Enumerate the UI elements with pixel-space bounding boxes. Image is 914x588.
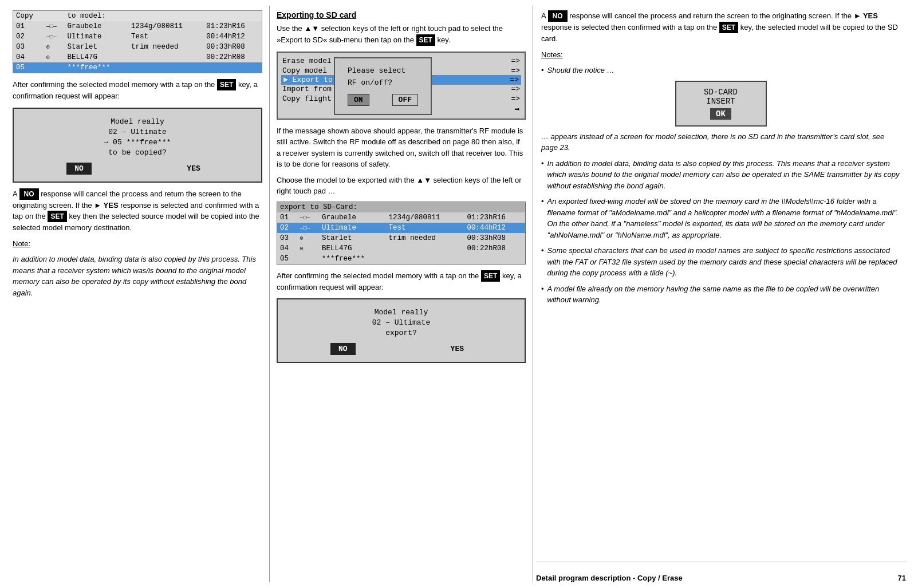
confirm-box-2: Model really 02 – Ultimate export? NO YE… <box>277 298 526 363</box>
col-info <box>128 11 203 22</box>
export-model-table: export to SD-Card: 01 ‒□‒ Graubele 1234g… <box>277 202 526 265</box>
menu-container: Erase model => Copy model => ► Export to… <box>277 52 526 120</box>
sdcard-line2: INSERT <box>686 97 757 106</box>
table-row: 04 ⊙ BELL47G 00:22hR08 <box>277 243 526 254</box>
left-note-heading: Note: <box>13 238 262 250</box>
no-key-inline-1: NO <box>19 188 39 200</box>
dialog-buttons: ON OFF <box>348 94 418 106</box>
no-button-1[interactable]: NO <box>66 163 92 175</box>
table-row: 03 ⊙ Starlet trim needed 00:33hR08 <box>13 42 262 52</box>
confirm-box-1: Model really 02 – Ultimate → 05 ***free*… <box>13 108 262 183</box>
set-key-right-1: SET <box>719 22 738 33</box>
set-key-mid-2: SET <box>481 270 500 282</box>
left-column: Copy to model: 01 ‒□‒ Graubele 1234g/080… <box>6 6 269 582</box>
notes-heading: Notes: <box>541 49 900 61</box>
on-button[interactable]: ON <box>348 94 369 106</box>
set-key-2: SET <box>48 211 66 222</box>
confirm-buttons-1: NO YES <box>23 163 252 175</box>
col-tomodel: to model: <box>64 11 128 22</box>
no-button-2[interactable]: NO <box>330 343 356 355</box>
note-item-4: Some special characters that can be used… <box>541 245 900 279</box>
col-copy: Copy <box>13 11 44 22</box>
confirm-line4: to be copied? <box>23 148 252 157</box>
sdcard-notice-box: SD-CARD INSERT OK <box>675 81 767 127</box>
left-para2: A NO response will cancel the process an… <box>13 188 262 234</box>
col-time <box>203 11 262 22</box>
right-note1-after: … appears instead of a screen for model … <box>541 131 900 153</box>
dialog-line1: Please select <box>348 66 418 75</box>
left-note-text: In addition to model data, binding data … <box>13 254 262 298</box>
yes-button-1[interactable]: YES <box>179 163 208 175</box>
note-item-3: An exported fixed-wing model will be sto… <box>541 196 900 240</box>
right-para1: A NO response will cancel the process an… <box>541 10 900 45</box>
sdcard-line1: SD-CARD <box>686 88 757 97</box>
rf-dialog: Please select RF on/off? ON OFF <box>334 57 432 115</box>
footer-left: Detail program description - Copy / Eras… <box>536 574 683 582</box>
page-container: Copy to model: 01 ‒□‒ Graubele 1234g/080… <box>0 0 914 588</box>
footer: Detail program description - Copy / Eras… <box>536 562 906 582</box>
col-spacer1 <box>44 11 65 22</box>
no-key-inline-2: NO <box>548 10 568 22</box>
table-row: 02 ‒□‒ Ultimate Test 00:44hR12 <box>13 31 262 42</box>
notes-list-continued: In addition to model data, binding data … <box>541 158 900 306</box>
export-table-header: export to SD-Card: <box>277 202 526 212</box>
note-item-5: A model file already on the memory havin… <box>541 283 900 306</box>
sdcard-ok: OK <box>710 108 731 120</box>
confirm-buttons-2: NO YES <box>287 343 515 355</box>
left-para1: After confirming the selected model memo… <box>13 79 262 102</box>
table-row-selected: 05 ***free*** <box>13 62 262 73</box>
mid-para4: After confirming the selected model memo… <box>277 270 526 293</box>
export-row-selected: 02 ‒□‒ Ultimate Test 00:44hR12 <box>277 223 526 233</box>
table-row: 04 ⊙ BELL47G 00:22hR08 <box>13 52 262 62</box>
notes-list: Should the notice … <box>541 65 900 76</box>
mid-heading: Exporting to SD card <box>277 10 526 19</box>
footer-right: 71 <box>898 574 906 582</box>
table-row: 05 ***free*** <box>277 254 526 265</box>
table-row: 01 ‒□‒ Graubele 1234g/080811 01:23hR16 <box>277 212 526 223</box>
set-key-mid-1: SET <box>416 34 435 46</box>
right-column: A NO response will cancel the process an… <box>533 6 908 582</box>
confirm-line3: → 05 ***free*** <box>23 138 252 147</box>
confirm2-line3: export? <box>287 329 515 337</box>
confirm2-line2: 02 – Ultimate <box>287 318 515 327</box>
table-row: 03 ⊙ Starlet trim needed 00:33hR08 <box>277 233 526 243</box>
mid-para1: Use the ▲▼ selection keys of the left or… <box>277 23 526 46</box>
yes-button-2[interactable]: YES <box>443 343 472 355</box>
confirm2-line1: Model really <box>287 308 515 317</box>
mid-para3: Choose the model to be exported with the… <box>277 175 526 197</box>
dialog-line2: RF on/off? <box>348 78 418 87</box>
confirm-line1: Model really <box>23 117 252 126</box>
mid-column: Exporting to SD card Use the ▲▼ selectio… <box>269 6 533 582</box>
note-item-2: In addition to model data, binding data … <box>541 158 900 192</box>
mid-para2: If the message shown above should appear… <box>277 125 526 170</box>
copy-model-table: Copy to model: 01 ‒□‒ Graubele 1234g/080… <box>13 10 262 73</box>
off-button[interactable]: OFF <box>392 94 418 106</box>
set-key-1: SET <box>217 79 236 90</box>
confirm-line2: 02 – Ultimate <box>23 128 252 136</box>
table-row: 01 ‒□‒ Graubele 1234g/080811 01:23hR16 <box>13 21 262 31</box>
note-item-1: Should the notice … <box>541 65 900 76</box>
